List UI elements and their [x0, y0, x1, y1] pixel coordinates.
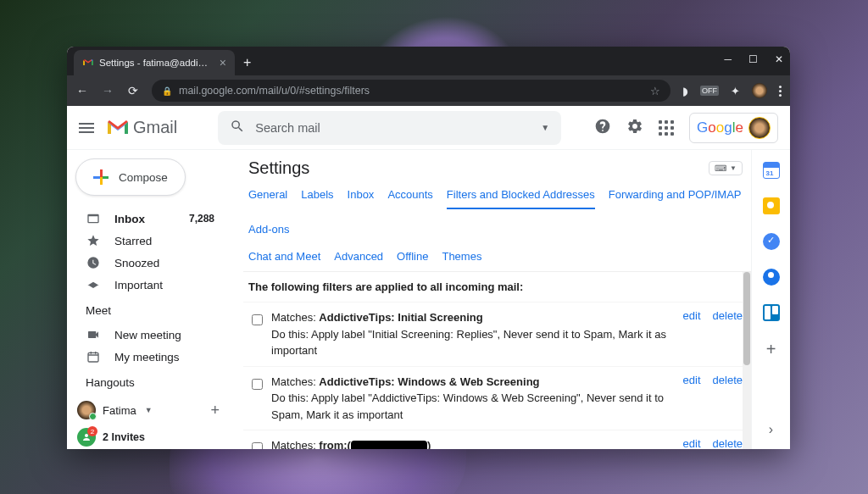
tab-close-icon[interactable]: ×: [220, 56, 226, 69]
settings-tab[interactable]: General: [248, 188, 287, 209]
sidebar-item-snoozed[interactable]: Snoozed: [67, 252, 235, 274]
settings-gear-icon[interactable]: [626, 118, 643, 138]
calendar-icon[interactable]: [763, 162, 780, 179]
invites-row[interactable]: 2 Invites: [67, 425, 235, 449]
meet-item-new-meeting[interactable]: New meeting: [67, 324, 235, 346]
main-menu-icon[interactable]: [79, 120, 94, 136]
settings-tab[interactable]: Advanced: [334, 250, 383, 263]
forward-button[interactable]: →: [101, 84, 114, 97]
settings-header: Settings ⌨ ▼: [243, 158, 751, 185]
hangouts-add-button[interactable]: +: [210, 402, 220, 419]
filter-checkbox[interactable]: [252, 379, 263, 390]
gmail-m-icon: [106, 119, 130, 137]
header-right: Google: [594, 113, 778, 143]
meet-item-my-meetings[interactable]: My meetings: [67, 346, 235, 368]
input-tools-button[interactable]: ⌨ ▼: [709, 161, 743, 175]
browser-tab[interactable]: Settings - fatima@addictivetips.c ×: [74, 50, 235, 75]
sidebar-item-starred[interactable]: Starred: [67, 230, 235, 252]
address-bar[interactable]: 🔒 mail.google.com/mail/u/0/#settings/fil…: [152, 80, 670, 102]
support-icon[interactable]: [594, 118, 611, 138]
filter-description: Matches: AddictiveTips: Initial Screenin…: [271, 309, 675, 359]
url-bar: ← → ⟳ 🔒 mail.google.com/mail/u/0/#settin…: [67, 75, 790, 106]
browser-window: Settings - fatima@addictivetips.c × + ─ …: [67, 47, 790, 449]
compose-label: Compose: [119, 171, 168, 184]
filter-row: Matches: AddictiveTips: Windows & Web Sc…: [243, 366, 751, 430]
bookmark-star-icon[interactable]: ☆: [650, 85, 660, 97]
tasks-icon[interactable]: [763, 233, 780, 250]
compose-button[interactable]: Compose: [75, 158, 186, 196]
minimize-button[interactable]: ─: [724, 53, 732, 65]
hangouts-avatar: [77, 401, 96, 419]
gmail-logo[interactable]: Gmail: [106, 118, 177, 137]
window-controls: ─ ☐ ✕: [724, 53, 783, 65]
filter-actions: edit delete: [683, 437, 743, 449]
settings-tab[interactable]: Add-ons: [248, 223, 289, 242]
off-extension-icon[interactable]: OFF: [700, 86, 719, 96]
add-addon-button[interactable]: +: [766, 340, 776, 359]
filter-delete-link[interactable]: delete: [713, 309, 743, 322]
invites-icon: [77, 428, 96, 447]
settings-tab[interactable]: Chat and Meet: [248, 250, 320, 263]
nav-label: Inbox: [114, 213, 145, 225]
reload-button[interactable]: ⟳: [126, 84, 140, 97]
search-dropdown-icon[interactable]: ▼: [541, 123, 549, 132]
nav-icon: [86, 278, 101, 291]
filter-checkbox[interactable]: [252, 314, 263, 325]
search-box[interactable]: Search mail ▼: [218, 111, 561, 145]
google-apps-icon[interactable]: [659, 120, 674, 136]
settings-tab[interactable]: Labels: [301, 188, 333, 209]
keep-icon[interactable]: [763, 197, 780, 214]
hangouts-user-row[interactable]: Fatima ▼ +: [67, 396, 235, 425]
filter-edit-link[interactable]: edit: [683, 374, 701, 386]
browser-menu-icon[interactable]: [779, 86, 782, 97]
maximize-button[interactable]: ☐: [748, 53, 758, 65]
settings-tab[interactable]: Forwarding and POP/IMAP: [609, 188, 742, 209]
settings-tab[interactable]: Offline: [397, 250, 428, 263]
filter-row: Matches: AddictiveTips: Initial Screenin…: [243, 302, 751, 366]
sidebar: Compose Inbox7,288StarredSnoozedImportan…: [67, 150, 235, 449]
sidebar-item-inbox[interactable]: Inbox7,288: [67, 208, 235, 230]
account-avatar: [748, 117, 771, 139]
meet-label: New meeting: [114, 329, 181, 341]
hangouts-section-label: Hangouts: [67, 368, 235, 396]
sidebar-item-important[interactable]: Important: [67, 274, 235, 296]
trello-icon[interactable]: [763, 304, 780, 321]
filter-checkbox[interactable]: [252, 442, 263, 449]
settings-tab[interactable]: Filters and Blocked Addresses: [447, 188, 595, 209]
collapse-panel-icon[interactable]: ›: [769, 422, 773, 437]
settings-tab[interactable]: Themes: [442, 250, 481, 263]
close-button[interactable]: ✕: [775, 53, 783, 65]
contacts-icon[interactable]: [763, 269, 780, 286]
scroll-thumb[interactable]: [743, 272, 750, 365]
filter-delete-link[interactable]: delete: [713, 437, 743, 449]
settings-tab[interactable]: Inbox: [348, 188, 375, 209]
google-logo-text: Google: [697, 119, 743, 136]
google-account-switcher[interactable]: Google: [689, 113, 778, 143]
back-button[interactable]: ←: [75, 84, 89, 97]
right-side-panel: + ›: [751, 150, 790, 449]
puzzle-extension-icon[interactable]: ✦: [731, 85, 740, 97]
tab-title: Settings - fatima@addictivetips.c: [99, 58, 211, 68]
filter-description: Matches: from:()Do this: Apply label "de…: [271, 437, 675, 449]
svg-rect-0: [88, 352, 98, 362]
new-tab-button[interactable]: +: [243, 55, 251, 70]
tag-extension-icon[interactable]: ◗: [682, 85, 688, 97]
filter-edit-link[interactable]: edit: [683, 437, 701, 449]
settings-title: Settings: [248, 158, 309, 178]
gmail-favicon: [82, 57, 94, 69]
plus-icon: [93, 169, 108, 185]
filter-actions: edit delete: [683, 374, 743, 386]
profile-avatar-icon[interactable]: [752, 83, 767, 98]
nav-count: 7,288: [189, 213, 214, 225]
lock-icon: 🔒: [162, 86, 172, 96]
filter-edit-link[interactable]: edit: [683, 309, 701, 322]
filter-description: Matches: AddictiveTips: Windows & Web Sc…: [271, 374, 675, 424]
nav-label: Starred: [114, 235, 152, 247]
chevron-down-icon: ▼: [145, 406, 153, 414]
settings-tab[interactable]: Accounts: [387, 188, 432, 209]
invites-label: 2 Invites: [103, 431, 145, 443]
scrollbar[interactable]: [743, 272, 751, 449]
svg-point-1: [85, 434, 88, 437]
search-icon: [230, 119, 245, 137]
filter-delete-link[interactable]: delete: [713, 374, 743, 386]
